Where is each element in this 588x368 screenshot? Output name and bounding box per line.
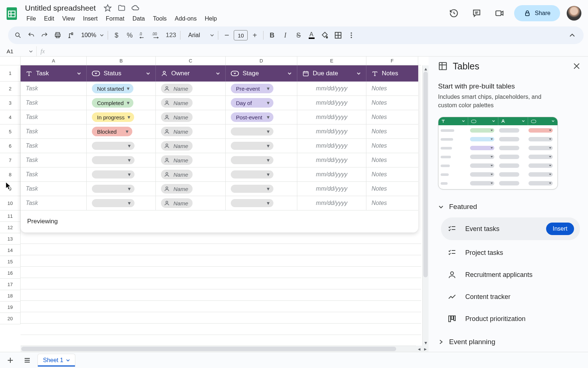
col-header-C[interactable]: C [156,57,226,65]
decrease-fontsize-button[interactable]: − [220,29,233,42]
status-chip[interactable]: Not started▾ [92,84,133,93]
owner-cell[interactable]: Name [156,182,226,196]
stage-chip-empty[interactable]: ▾ [231,142,273,150]
sheet-tab-1[interactable]: Sheet 1 [37,354,75,367]
due-cell[interactable]: mm/dd/yyyy [297,139,366,153]
template-event-tasks[interactable]: Event tasks Insert [441,217,580,240]
section-event-planning[interactable]: Event planning [438,338,583,346]
col-notes-header[interactable]: Notes [366,65,418,82]
print-button[interactable] [51,29,64,42]
owner-chip[interactable]: Name [161,84,193,93]
number-format-button[interactable]: 123 [164,29,178,42]
row-header-15[interactable]: 15 [0,256,21,267]
row-header-4[interactable]: 4 [0,110,21,125]
folder-move-icon[interactable] [117,4,126,12]
col-header-F[interactable]: F [366,57,418,65]
strikethrough-button[interactable]: S [292,29,305,42]
due-cell[interactable]: mm/dd/yyyy [297,96,366,110]
menu-file[interactable]: File [23,14,40,24]
stage-chip-empty[interactable]: ▾ [231,170,273,178]
status-chip-empty[interactable]: ▾ [92,170,135,178]
chevron-down-icon[interactable] [66,358,70,362]
stage-chip-empty[interactable]: ▾ [231,199,273,207]
menu-format[interactable]: Format [102,14,128,24]
row-header-3[interactable]: 3 [0,96,21,110]
all-sheets-button[interactable] [21,354,34,367]
menu-data[interactable]: Data [129,14,148,24]
menu-help[interactable]: Help [201,14,220,24]
due-cell[interactable]: mm/dd/yyyy [297,182,366,196]
row-header-9[interactable]: 9 [0,182,21,196]
owner-chip[interactable]: Name [161,198,193,208]
owner-cell[interactable]: Name [156,82,226,95]
row-header-2[interactable]: 2 [0,82,21,96]
row-header-1[interactable]: 1 [0,65,21,82]
template-product-prioritization[interactable]: Product prioritization [441,309,580,328]
template-recruitment[interactable]: Recruitment applicants [441,265,580,284]
notes-cell[interactable]: Notes [366,82,418,95]
task-cell[interactable]: Task [21,167,87,181]
font-select[interactable]: Arial [183,29,216,42]
owner-cell[interactable]: Name [156,153,226,167]
stage-chip[interactable]: Post-event▾ [231,112,273,122]
notes-cell[interactable]: Notes [366,167,418,181]
col-stage-header[interactable]: Stage [226,65,297,82]
task-cell[interactable]: Task [21,153,87,167]
row-header-12[interactable]: 12 [0,222,21,233]
bold-button[interactable]: B [266,29,278,42]
task-cell[interactable]: Task [21,82,87,95]
owner-cell[interactable]: Name [156,110,226,124]
owner-cell[interactable]: Name [156,167,226,181]
decrease-decimal-button[interactable]: .0 [137,29,149,42]
stage-chip[interactable]: Pre-event▾ [231,84,273,93]
notes-cell[interactable]: Notes [366,125,418,138]
menu-tools[interactable]: Tools [149,14,170,24]
borders-button[interactable] [332,29,344,42]
status-chip[interactable]: Blocked▾ [92,127,132,136]
task-cell[interactable]: Task [21,125,87,138]
collapse-toolbar-button[interactable] [564,28,580,43]
star-icon[interactable] [103,4,112,12]
menu-addons[interactable]: Add-ons [171,14,201,24]
stage-chip-empty[interactable]: ▾ [231,127,273,136]
row-header-6[interactable]: 6 [0,139,21,153]
col-header-E[interactable]: E [297,57,366,65]
owner-chip[interactable]: Name [161,141,193,151]
owner-chip[interactable]: Name [161,127,193,136]
scroll-up-icon[interactable]: ▴ [423,65,429,72]
owner-cell[interactable]: Name [156,196,226,210]
owner-cell[interactable]: Name [156,96,226,110]
name-box[interactable]: A1 [1,46,37,56]
template-project-tasks[interactable]: Project tasks [441,243,580,262]
account-avatar[interactable] [567,6,581,21]
task-cell[interactable]: Task [21,139,87,153]
row-header-11[interactable]: 11 [0,210,21,222]
owner-cell[interactable]: Name [156,125,226,138]
increase-decimal-button[interactable]: .00 [150,29,163,42]
search-icon[interactable] [12,29,24,42]
row-header-7[interactable]: 7 [0,153,21,167]
due-cell[interactable]: mm/dd/yyyy [297,110,366,124]
chevron-down-icon[interactable] [146,71,150,76]
col-owner-header[interactable]: Owner [156,65,226,82]
due-cell[interactable]: mm/dd/yyyy [297,196,366,210]
sheets-app-icon[interactable] [3,4,21,22]
due-cell[interactable]: mm/dd/yyyy [297,125,366,138]
status-chip-empty[interactable]: ▾ [92,156,135,164]
share-button[interactable]: Share [514,5,560,21]
chevron-down-icon[interactable] [77,71,81,76]
notes-cell[interactable]: Notes [366,153,418,167]
scroll-thumb[interactable] [21,347,396,351]
row-header-10[interactable]: 10 [0,196,21,210]
col-header-D[interactable]: D [226,57,297,65]
row-header-17[interactable]: 17 [0,279,21,290]
fill-color-button[interactable] [319,29,331,42]
history-icon[interactable] [446,5,462,21]
notes-cell[interactable]: Notes [366,182,418,196]
task-cell[interactable]: Task [21,96,87,110]
col-header-B[interactable]: B [87,57,156,65]
row-header-18[interactable]: 18 [0,290,21,302]
row-header-13[interactable]: 13 [0,233,21,245]
cloud-status-icon[interactable] [131,4,140,12]
add-sheet-button[interactable] [4,354,17,367]
